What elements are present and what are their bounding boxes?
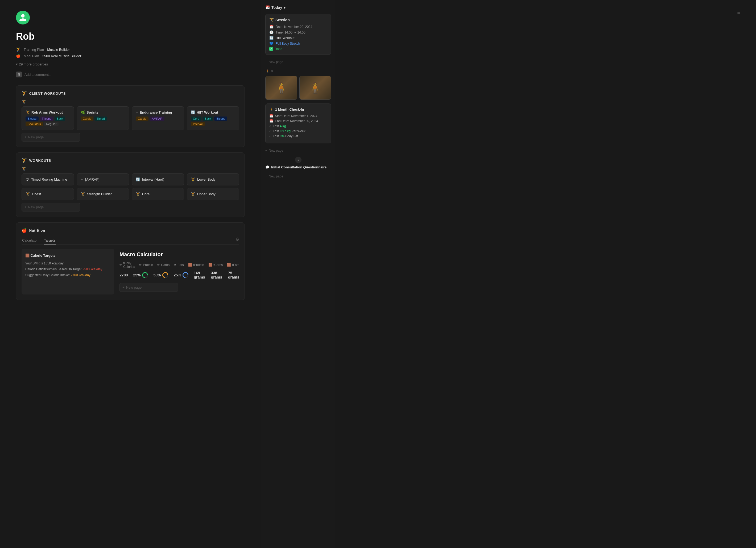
workout-chest[interactable]: 🏋Chest xyxy=(22,188,74,200)
workouts-grid-row2: 🏋Chest 🏋Strength Builder 🏋Core 🏋Upper Bo… xyxy=(22,188,239,200)
bmr-line: Your BMR is 1850 kcal/day xyxy=(25,261,110,267)
client-workouts-section: 🏋 CLIENT WORKOUTS 🏋 🏋 Rob Arms Workout B… xyxy=(16,85,245,147)
comment-area: N Add a comment... xyxy=(16,72,245,77)
checkin-new-page[interactable]: +New page xyxy=(265,147,331,155)
nutrition-inner: 🟫 Calorie Targets Your BMR is 1850 kcal/… xyxy=(22,249,239,294)
workouts-grid-row1: ⏱Timed Rowing Machine ∞[AMRAP] 🔄Interval… xyxy=(22,174,239,186)
checkin-start: 📅 Start Date: November 1, 2024 xyxy=(269,114,327,118)
session-date: 📅 Date: November 20, 2024 xyxy=(269,25,327,29)
questionnaire-link[interactable]: 💬 Initial Consultation Questionnaire xyxy=(265,165,331,169)
intake-line: Suggested Daily Caloric Intake: 2700 kca… xyxy=(25,273,110,278)
calorie-targets-box: 🟫 Calorie Targets Your BMR is 1850 kcal/… xyxy=(22,249,114,294)
carbs-donut xyxy=(161,271,170,279)
prop-meal-plan[interactable]: 🍎 Meal Plan 2500 Kcal Muscle Builder xyxy=(16,54,245,58)
macro-headers: ✏tDaily Calories ✏Protein ✏Carbs ✏Fats 🟫… xyxy=(119,261,239,269)
workout-core[interactable]: 🏋Core xyxy=(132,188,184,200)
right-sidebar: 📅 Today ▾ 🏋 Session 📅 Date: November 20,… xyxy=(261,0,335,548)
calorie-title: 🟫 Calorie Targets xyxy=(25,253,110,259)
macro-calculator: Macro Calculator ✏tDaily Calories ✏Prote… xyxy=(119,249,239,294)
sidebar-workouts-new-page[interactable]: +New page xyxy=(265,172,331,180)
more-properties-toggle[interactable]: ▾ 29 more properties xyxy=(16,62,245,66)
body-section: 🚶 ▾ xyxy=(265,69,331,100)
nutrition-new-page[interactable]: +New page xyxy=(119,283,178,292)
card-sprints[interactable]: 🌿 Sprints Cardio Timed xyxy=(77,106,129,130)
body-image-side xyxy=(299,76,331,100)
nutrition-header: 🍎 Nutrition xyxy=(22,228,239,233)
checkin-title: 🚶 1 Month Check-In xyxy=(269,108,327,112)
fats-donut xyxy=(181,271,190,279)
session-time: 🕒 Time: 14:00 → 14:00 xyxy=(269,30,327,34)
workouts-section: 🏋 WORKOUTS 🏋 ⏱Timed Rowing Machine ∞[AMR… xyxy=(16,153,245,217)
nutrition-tabs: Calculator Targets ⚙ xyxy=(22,237,239,245)
macro-title: Macro Calculator xyxy=(119,252,239,258)
session-workout[interactable]: 🔄 HIIT Workout xyxy=(269,36,327,40)
workout-amrap[interactable]: ∞[AMRAP] xyxy=(77,174,129,186)
nutrition-section: 🍎 Nutrition Calculator Targets ⚙ 🟫 Calor… xyxy=(16,223,245,300)
body-header[interactable]: 🚶 ▾ xyxy=(265,69,331,73)
workout-strength-builder[interactable]: 🏋Strength Builder xyxy=(77,188,129,200)
client-workouts-new-page[interactable]: + New page xyxy=(22,133,80,142)
client-workouts-grid: 🏋 Rob Arms Workout Biceps Triceps Back S… xyxy=(22,106,239,130)
card-rob-arms-workout[interactable]: 🏋 Rob Arms Workout Biceps Triceps Back S… xyxy=(22,106,74,130)
workouts-header: 🏋 WORKOUTS xyxy=(22,158,239,163)
workout-upper-body[interactable]: 🏋Upper Body xyxy=(187,188,239,200)
checkin-card: 🚶 1 Month Check-In 📅 Start Date: Novembe… xyxy=(265,104,331,143)
today-header[interactable]: 📅 Today ▾ xyxy=(265,5,331,10)
macro-values: 2700 25% 50% 25% 169 grams 338 grams xyxy=(119,271,239,279)
workout-timed-rowing[interactable]: ⏱Timed Rowing Machine xyxy=(22,174,74,186)
body-images xyxy=(265,76,331,100)
page-title: Rob xyxy=(16,31,245,42)
checkin-end: 📅 End Date: November 30, 2024 xyxy=(269,119,327,123)
session-stretch[interactable]: 💙 Full Body Stretch xyxy=(269,42,327,46)
sidebar-workouts-new-page-container: +New page xyxy=(265,172,331,180)
session-done[interactable]: ✓ Done xyxy=(269,47,327,51)
session-new-page[interactable]: +New page xyxy=(265,58,331,66)
session-card: 🏋 Session 📅 Date: November 20, 2024 🕒 Ti… xyxy=(265,14,331,55)
tab-targets[interactable]: Targets xyxy=(44,237,56,245)
checkin-lost3: ○ Lost 3% Body Fat xyxy=(269,134,327,138)
session-title: 🏋 Session xyxy=(269,18,327,22)
workout-lower-body[interactable]: 🏋Lower Body xyxy=(187,174,239,186)
workouts-new-page[interactable]: +New page xyxy=(22,203,80,212)
checkin-lost2: ○ Lost 0.97 kg Per Week xyxy=(269,129,327,133)
comment-avatar: N xyxy=(16,72,22,77)
avatar xyxy=(16,11,30,24)
protein-donut xyxy=(141,271,149,279)
client-workouts-header: 🏋 CLIENT WORKOUTS xyxy=(22,91,239,96)
checkin-lost1: ○ Lost 4 kg xyxy=(269,124,327,128)
properties-section: 🏋 Training Plan Muscle Builder 🍎 Meal Pl… xyxy=(16,47,245,58)
nutrition-settings-icon[interactable]: ⚙ xyxy=(236,237,239,244)
card-endurance-training[interactable]: ∞ Endurance Training Cardio AMRAP xyxy=(132,106,184,130)
divider-icon: ○ xyxy=(295,157,301,163)
card-hiit-workout[interactable]: 🔄 HIIT Workout Core Back Biceps Interval xyxy=(187,106,239,130)
body-image-front xyxy=(265,76,297,100)
prop-training-plan[interactable]: 🏋 Training Plan Muscle Builder xyxy=(16,47,245,52)
workout-interval-hard[interactable]: 🔄Interval (Hard) xyxy=(132,174,184,186)
deficit-line: Caloric Deficit/Surplus Based On Target:… xyxy=(25,267,110,273)
tab-calculator[interactable]: Calculator xyxy=(22,237,38,245)
questionnaire-section: 💬 Initial Consultation Questionnaire xyxy=(265,165,331,169)
